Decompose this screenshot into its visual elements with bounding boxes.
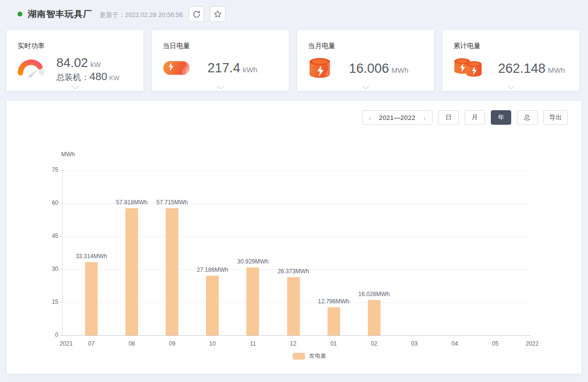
star-icon	[213, 10, 222, 18]
x-tick-label: 09	[157, 340, 187, 347]
refresh-button[interactable]	[189, 6, 204, 22]
total-energy-unit: MWh	[548, 66, 565, 74]
legend-label: 发电量	[309, 352, 327, 360]
online-status-dot	[17, 12, 22, 17]
stat-card-row: 实时功率 84.02kW	[0, 28, 588, 91]
x-tick-label: 01	[319, 340, 348, 347]
installed-capacity-value: 480	[89, 70, 107, 83]
generation-bar-chart: MWh0153045607520210708091011120102030405…	[7, 125, 580, 374]
page-header: 湖南智丰玩具厂 更新于：2022.02.28 20:56:56	[0, 0, 588, 28]
x-tick-label: 04	[440, 340, 469, 347]
x-tick-label: 07	[77, 340, 106, 347]
x-year-end-label: 2022	[518, 340, 547, 347]
expand-chevron-down-icon[interactable]	[217, 85, 225, 89]
date-range-text: 2021—2022	[379, 114, 415, 121]
monthly-energy-value: 16.006	[349, 61, 389, 76]
x-axis-line	[62, 335, 531, 336]
date-range-picker[interactable]: ‹ 2021—2022 ›	[362, 110, 432, 125]
installed-capacity-label: 总装机：	[56, 73, 89, 82]
y-tick-label: 15	[35, 299, 58, 305]
bar-value-label: 27.186MWh	[183, 266, 242, 273]
bar-value-label: 26.373MWh	[264, 268, 323, 275]
legend-swatch	[293, 353, 305, 360]
y-tick-label: 45	[35, 233, 58, 239]
bar[interactable]	[166, 208, 178, 335]
updated-timestamp: 更新于：2022.02.28 20:56:56	[100, 11, 183, 19]
toolbar-button-export[interactable]: 导出	[543, 110, 568, 125]
realtime-power-unit: kW	[90, 60, 101, 68]
bar-value-label: 57.715MWh	[143, 199, 201, 206]
double-battery-icon	[453, 57, 484, 80]
legend-item[interactable]: 发电量	[293, 352, 327, 360]
toolbar-button-total[interactable]: 总	[517, 110, 537, 125]
daily-energy-unit: kWh	[243, 66, 258, 74]
y-tick-label: 75	[35, 166, 58, 173]
bar-value-label: 12.796MWh	[305, 298, 363, 305]
bar-value-label: 30.929MWh	[224, 258, 282, 265]
gauge-icon	[17, 55, 45, 83]
bar-value-label: 33.314MWh	[62, 253, 121, 260]
generation-chart-card: ‹ 2021—2022 › 日月年总导出 MWh0153045607520210…	[7, 101, 581, 374]
expand-chevron-down-icon[interactable]	[507, 85, 515, 89]
y-tick-label: 60	[35, 199, 58, 206]
stat-card-daily-energy: 当日电量	[152, 30, 289, 91]
bar[interactable]	[328, 307, 340, 335]
card-title: 累计电量	[443, 30, 579, 50]
toolbar-button-day[interactable]: 日	[438, 110, 459, 125]
y-axis-unit-label: MWh	[61, 151, 75, 158]
expand-chevron-down-icon[interactable]	[362, 85, 370, 89]
realtime-power-value: 84.02	[56, 55, 88, 70]
toolbar-button-month[interactable]: 月	[465, 110, 485, 125]
x-tick-label: 11	[238, 340, 267, 347]
daily-energy-value: 217.4	[208, 61, 241, 75]
card-title: 当日电量	[152, 30, 289, 50]
monthly-energy-unit: MWh	[392, 66, 409, 74]
x-tick-label: 02	[360, 340, 389, 347]
y-tick-label: 0	[35, 332, 58, 338]
x-tick-label: 12	[279, 340, 308, 347]
toolbar-button-year[interactable]: 年	[491, 110, 511, 125]
x-tick-label: 10	[198, 340, 227, 347]
chart-toolbar: ‹ 2021—2022 › 日月年总导出	[362, 110, 568, 125]
bar[interactable]	[125, 208, 138, 335]
y-tick-label: 30	[35, 266, 58, 272]
stat-card-total-energy: 累计电量	[443, 30, 579, 91]
bar[interactable]	[246, 267, 259, 335]
prev-range-chevron-icon[interactable]: ‹	[369, 114, 371, 121]
bolt-pill-icon	[163, 58, 190, 78]
plant-title: 湖南智丰玩具厂	[28, 8, 92, 20]
x-tick-label: 03	[400, 340, 429, 347]
card-title: 当月电量	[297, 30, 434, 50]
stat-card-monthly-energy: 当月电量 16.006MWh	[297, 30, 434, 91]
x-tick-label: 05	[481, 340, 510, 347]
bar[interactable]	[287, 277, 300, 335]
installed-capacity-unit: KW	[109, 74, 120, 82]
refresh-icon	[192, 10, 201, 18]
battery-cylinder-icon	[308, 57, 331, 80]
y-gridline	[62, 170, 531, 171]
favorite-button[interactable]	[210, 6, 225, 22]
stat-card-realtime-power: 实时功率 84.02kW	[7, 30, 143, 91]
x-tick-label: 08	[117, 340, 146, 347]
x-year-start-label: 2021	[52, 340, 81, 347]
expand-chevron-down-icon[interactable]	[71, 85, 79, 89]
bar[interactable]	[206, 276, 219, 335]
next-range-chevron-icon[interactable]: ›	[423, 114, 426, 121]
total-energy-value: 262.148	[498, 61, 546, 76]
bar[interactable]	[368, 300, 380, 335]
bar-value-label: 16.028MWh	[345, 291, 403, 298]
card-title: 实时功率	[7, 30, 143, 50]
bar[interactable]	[85, 262, 98, 335]
